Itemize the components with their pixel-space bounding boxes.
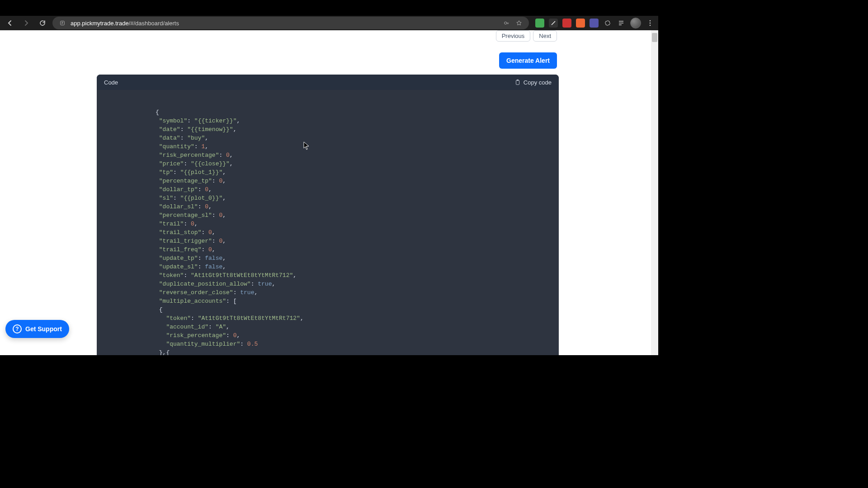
svg-rect-5 [516, 80, 519, 85]
page-content: Previous Next Generate Alert Code Copy c… [0, 30, 658, 355]
address-bar[interactable]: app.pickmytrade.trade/#/dashboard/alerts [52, 17, 529, 29]
svg-point-4 [650, 25, 651, 26]
code-line: "update_tp": false, [156, 254, 559, 263]
forward-button[interactable] [20, 17, 33, 29]
help-icon: ? [13, 324, 22, 333]
previous-button[interactable]: Previous [496, 30, 531, 42]
code-line: "symbol": "{{ticker}}", [156, 117, 559, 125]
extension-icon[interactable] [590, 19, 599, 28]
extensions-puzzle-icon[interactable] [603, 19, 612, 28]
extension-icon[interactable] [549, 19, 558, 28]
scrollbar-thumb[interactable] [652, 33, 657, 42]
reading-list-icon[interactable] [617, 19, 626, 28]
get-support-label: Get Support [25, 325, 62, 333]
url-text: app.pickmytrade.trade/#/dashboard/alerts [71, 20, 498, 27]
code-line: "data": "buy", [156, 134, 559, 142]
code-line: "risk_percentage": 0, [156, 151, 559, 160]
code-line: "dollar_sl": 0, [156, 202, 559, 211]
code-line: "trail_freq": 0, [156, 245, 559, 254]
extension-icon[interactable] [535, 19, 544, 28]
code-panel-header: Code Copy code [97, 75, 559, 90]
code-line: "risk_percentage": 0, [156, 331, 559, 340]
copy-code-label: Copy code [524, 79, 552, 86]
svg-point-2 [650, 20, 651, 22]
code-line: "quantity": 1, [156, 142, 559, 151]
code-line: "token": "At1tGt9tTt8tWtEt8tYtMtRt712", [156, 314, 559, 323]
site-info-icon[interactable] [58, 19, 67, 28]
code-line: "price": "{{close}}", [156, 160, 559, 168]
generate-alert-button[interactable]: Generate Alert [499, 52, 557, 69]
code-line: { [156, 108, 559, 117]
code-line: "token": "At1tGt9tTt8tWtEt8tYtMtRt712", [156, 271, 559, 280]
profile-avatar[interactable] [630, 18, 641, 28]
scrollbar-track[interactable] [651, 30, 658, 355]
code-line: "dollar_tp": 0, [156, 185, 559, 194]
code-line: "percentage_tp": 0, [156, 177, 559, 185]
code-line: "date": "{{timenow}}", [156, 125, 559, 134]
code-line: "tp": "{{plot_1}}", [156, 168, 559, 177]
clipboard-icon [514, 79, 521, 85]
code-block[interactable]: { "symbol": "{{ticker}}", "date": "{{tim… [97, 90, 559, 355]
code-panel-title: Code [104, 79, 118, 86]
copy-code-button[interactable]: Copy code [514, 79, 552, 86]
extensions-area [533, 18, 655, 28]
extension-icon[interactable] [576, 19, 585, 28]
svg-point-1 [505, 22, 507, 24]
browser-tabstrip [0, 0, 658, 16]
pagination: Previous Next [496, 30, 557, 42]
code-line: "trail": 0, [156, 220, 559, 228]
code-line: "reverse_order_close": true, [156, 288, 559, 297]
code-line: },{ [156, 348, 559, 355]
extension-icon[interactable] [562, 19, 571, 28]
code-line: { [156, 305, 559, 314]
browser-toolbar: app.pickmytrade.trade/#/dashboard/alerts [0, 16, 658, 30]
next-button[interactable]: Next [533, 30, 557, 42]
code-line: "account_id": "A", [156, 323, 559, 331]
get-support-button[interactable]: ? Get Support [5, 320, 69, 338]
code-line: "trail_trigger": 0, [156, 237, 559, 245]
back-button[interactable] [4, 17, 16, 29]
code-line: "multiple_accounts": [ [156, 297, 559, 305]
code-panel: Code Copy code { "symbol": "{{ticker}}",… [97, 75, 559, 355]
menu-kebab-icon[interactable] [646, 19, 655, 28]
code-line: "duplicate_position_allow": true, [156, 280, 559, 288]
code-line: "percentage_sl": 0, [156, 211, 559, 220]
svg-point-3 [650, 23, 651, 24]
code-line: "sl": "{{plot_0}}", [156, 194, 559, 202]
bookmark-star-icon[interactable] [514, 19, 524, 28]
password-key-icon[interactable] [502, 19, 511, 28]
code-line: "quantity_multiplier": 0.5 [156, 340, 559, 348]
code-line: "update_sl": false, [156, 263, 559, 271]
bottom-bar [0, 355, 658, 369]
code-line: "trail_stop": 0, [156, 228, 559, 237]
reload-button[interactable] [36, 17, 49, 29]
